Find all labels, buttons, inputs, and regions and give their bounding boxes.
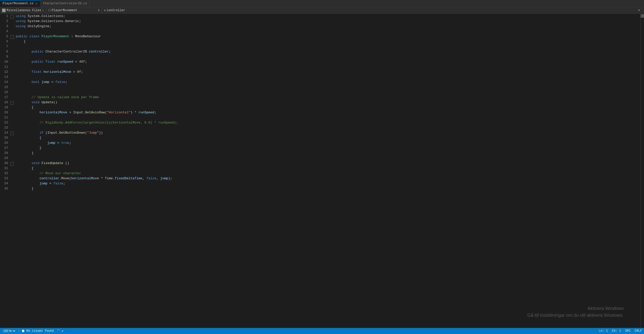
tab-playermovement[interactable]: PlayerMovement.cs ✕ [0, 0, 41, 7]
code-line-3[interactable]: using UnityEngine; [16, 24, 640, 29]
code-line-16[interactable] [16, 90, 640, 95]
code-line-17[interactable]: // Update is called once per frame [16, 95, 640, 100]
line-number-8: 8 [2, 49, 8, 54]
tab-label-playermovement: PlayerMovement.cs [3, 2, 33, 5]
breadcrumb-bar: ≡ Miscellaneous Files ▾ ⬡ PlayerMovement… [0, 7, 644, 14]
code-line-10[interactable]: public float runSpeed = 40f; [16, 59, 640, 64]
code-line-12[interactable]: float horizontalMove = 0f; [16, 69, 640, 75]
code-line-5[interactable]: public class PlayerMovement : MonoBehavi… [16, 34, 640, 39]
fold-btn-1[interactable]: − [10, 15, 14, 19]
breadcrumb-dropdown-arrow-1[interactable]: ▾ [42, 9, 44, 12]
code-line-22[interactable]: // Rigidbody.AddForce(targetVelocity(hor… [16, 120, 640, 125]
line-number-30: 30 [2, 161, 8, 166]
code-line-7[interactable] [16, 44, 640, 49]
code-line-14[interactable]: bool jump = false; [16, 80, 640, 85]
line-number-12: 12 [2, 69, 8, 75]
breadcrumb-class-label: PlayerMovement [52, 9, 77, 12]
code-line-8[interactable]: public CharacterController2D controller; [16, 49, 640, 54]
breadcrumb-dropdown-arrow-3[interactable]: ▾ [638, 8, 640, 12]
code-line-24[interactable]: if (Input.GetButtonDown("Jump")) [16, 130, 640, 135]
code-line-33[interactable]: controller.Move(horizontalMove * Time.fi… [16, 176, 640, 181]
tab-close-playermovement[interactable]: ✕ [35, 2, 38, 6]
code-line-26[interactable]: jump = true; [16, 140, 640, 146]
tab-charactercontroller2d[interactable]: CharacterController2D.cs [41, 0, 90, 7]
code-line-32[interactable]: // Move our character [16, 171, 640, 176]
line-number-7: 7 [2, 44, 8, 49]
code-line-23[interactable] [16, 125, 640, 130]
fold-btn-24[interactable]: − [10, 132, 14, 135]
zoom-select[interactable]: 100 % 75 % 125 % 150 % [2, 329, 16, 333]
code-line-29[interactable] [16, 156, 640, 161]
line-number-15: 15 [2, 85, 8, 90]
right-scrollbar[interactable] [640, 14, 644, 328]
line-number-32: 32 [2, 171, 8, 176]
code-line-34[interactable]: jump = false; [16, 181, 640, 186]
line-number-19: 19 [2, 105, 8, 110]
code-line-19[interactable]: { [16, 105, 640, 110]
code-line-6[interactable]: { [16, 39, 640, 44]
breadcrumb-misc-label: Miscellaneous Files [7, 9, 41, 12]
status-bar: 100 % 75 % 125 % 150 % No issues found ⌃… [0, 328, 644, 334]
line-number-18: 18 [2, 100, 8, 105]
code-line-27[interactable]: } [16, 146, 640, 151]
line-number-27: 27 [2, 146, 8, 151]
status-encoding: SPC [625, 329, 631, 333]
line-number-35: 35 [2, 186, 8, 191]
line-number-29: 29 [2, 156, 8, 161]
fold-btn-5[interactable]: − [10, 35, 14, 39]
line-number-26: 26 [2, 140, 8, 146]
breadcrumb-member-label: controller [107, 9, 125, 12]
breadcrumb-segment-3[interactable]: ◈ controller ▾ [102, 7, 644, 13]
code-line-21[interactable] [16, 115, 640, 120]
line-number-23: 23 [2, 125, 8, 130]
line-number-17: 17 [2, 95, 8, 100]
line-number-9: 9 [2, 54, 8, 59]
status-ln: Ln: 1 [599, 329, 608, 333]
status-line-ending: CRLF [635, 329, 642, 333]
scrollbar-up-arrow[interactable] [641, 14, 644, 18]
code-line-1[interactable]: using System.Collections; [16, 14, 640, 19]
code-container[interactable]: 1234567891011121314151617181920212223242… [0, 14, 640, 328]
code-line-11[interactable] [16, 64, 640, 69]
status-divider [19, 329, 19, 333]
status-ch: Ch: 1 [612, 329, 621, 333]
fold-btn-18[interactable]: − [10, 101, 14, 105]
line-number-10: 10 [2, 59, 8, 64]
status-right: Ln: 1 Ch: 1 SPC CRLF [599, 329, 642, 333]
code-line-9[interactable] [16, 54, 640, 59]
code-line-28[interactable]: } [16, 151, 640, 156]
line-number-34: 34 [2, 181, 8, 186]
breadcrumb-segment-1[interactable]: ≡ Miscellaneous Files ▾ [0, 7, 46, 13]
code-line-18[interactable]: void Update() [16, 100, 640, 105]
lint-dropdown-icon[interactable]: ▾ [61, 328, 64, 333]
code-line-2[interactable]: using System.Collections.Generic; [16, 19, 640, 24]
line-number-22: 22 [2, 120, 8, 125]
line-number-5: 5 [2, 34, 8, 39]
lint-arrow-icon[interactable]: ⌃ [57, 328, 60, 333]
code-line-4[interactable] [16, 29, 640, 34]
line-number-11: 11 [2, 64, 8, 69]
line-number-33: 33 [2, 176, 8, 181]
code-line-20[interactable]: horizontalMove = Input.GetAxisRaw("Horiz… [16, 110, 640, 115]
breadcrumb-segment-2[interactable]: ⬡ PlayerMovement ▾ [46, 7, 102, 13]
misc-files-icon: ≡ [2, 9, 6, 12]
line-number-24: 24 [2, 130, 8, 135]
tab-label-charactercontroller2d: CharacterController2D.cs [43, 2, 87, 5]
breadcrumb-dropdown-arrow-2[interactable]: ▾ [98, 8, 100, 12]
fold-btn-30[interactable]: − [10, 162, 14, 166]
line-numbers: 1234567891011121314151617181920212223242… [0, 14, 10, 328]
code-line-13[interactable] [16, 75, 640, 80]
line-number-3: 3 [2, 24, 8, 29]
code-line-15[interactable] [16, 85, 640, 90]
playermovement-icon: ⬡ [48, 8, 51, 12]
code-line-31[interactable]: { [16, 166, 640, 171]
code-line-30[interactable]: void FixedUpdate () [16, 161, 640, 166]
code-line-25[interactable]: { [16, 135, 640, 140]
line-number-21: 21 [2, 115, 8, 120]
line-number-1: 1 [2, 14, 8, 19]
line-number-13: 13 [2, 75, 8, 80]
code-lines[interactable]: using System.Collections;using System.Co… [15, 14, 640, 328]
no-issues-label: No issues found [26, 329, 54, 333]
line-number-6: 6 [2, 39, 8, 44]
code-line-35[interactable]: } [16, 186, 640, 191]
